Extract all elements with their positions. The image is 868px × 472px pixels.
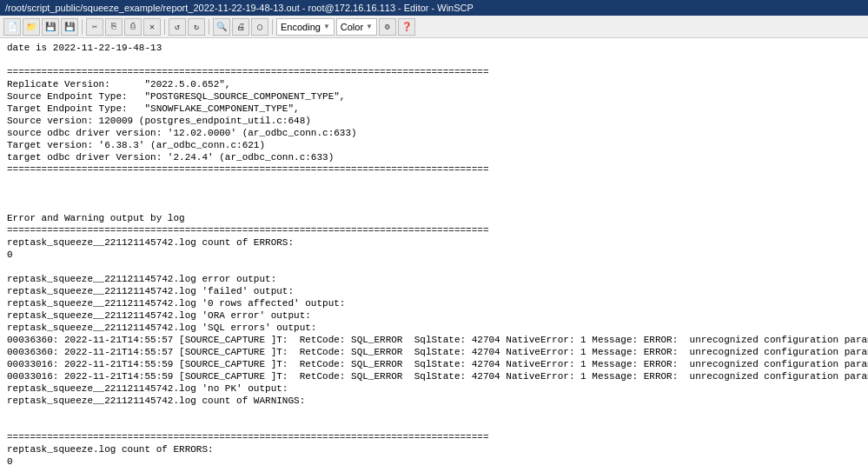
color-dropdown-arrow: ▼	[366, 23, 373, 30]
sep-3	[209, 19, 209, 35]
settings-button[interactable]: ⚙	[379, 18, 396, 36]
text-editor-content[interactable]: date is 2022-11-22-19-48-13 ============…	[0, 38, 868, 472]
title-bar-text: /root/script_public/squeeze_example/repo…	[5, 3, 474, 13]
toolbar: 📄 📁 💾 💾 ✂ ⎘ ⎙ ✕ ↺ ↻ 🔍 🖨 ◯ Encoding ▼ Col…	[0, 16, 868, 38]
sep-2	[164, 19, 165, 35]
copy-button[interactable]: ⎘	[105, 18, 123, 36]
encoding-dropdown[interactable]: Encoding ▼	[276, 18, 335, 36]
sep-1	[82, 19, 83, 35]
help-button[interactable]: ❓	[398, 18, 415, 36]
delete-button[interactable]: ✕	[143, 18, 161, 36]
highlight-button[interactable]: ◯	[251, 18, 268, 36]
find-button[interactable]: 🔍	[213, 18, 230, 36]
redo-button[interactable]: ↻	[188, 18, 205, 36]
encoding-dropdown-arrow: ▼	[323, 23, 330, 30]
color-label: Color	[341, 22, 363, 32]
paste-button[interactable]: ⎙	[124, 18, 142, 36]
save-button[interactable]: 💾	[42, 18, 59, 36]
color-dropdown[interactable]: Color ▼	[336, 18, 377, 36]
undo-button[interactable]: ↺	[169, 18, 186, 36]
sep-4	[272, 19, 273, 35]
print-button[interactable]: 🖨	[232, 18, 249, 36]
title-bar: /root/script_public/squeeze_example/repo…	[0, 0, 868, 16]
save-as-button[interactable]: 💾	[61, 18, 78, 36]
encoding-label: Encoding	[281, 22, 321, 32]
cut-button[interactable]: ✂	[86, 18, 103, 36]
open-button[interactable]: 📁	[23, 18, 40, 36]
new-button[interactable]: 📄	[3, 18, 21, 36]
